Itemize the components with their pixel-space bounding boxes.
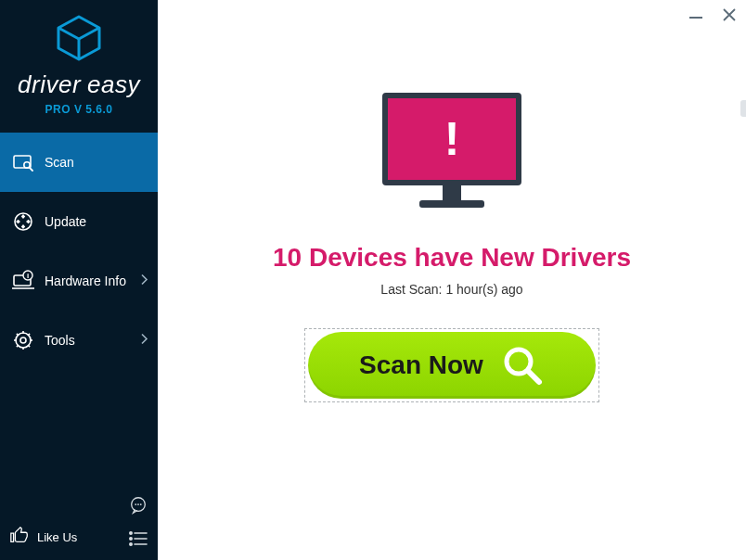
- thumbs-up-icon: [9, 525, 30, 549]
- brand-word-1: driver: [18, 70, 81, 98]
- brand-cube-icon: [53, 13, 105, 67]
- svg-point-23: [140, 503, 142, 505]
- feedback-icon[interactable]: [128, 495, 148, 519]
- sidebar-item-label: Tools: [45, 333, 75, 348]
- svg-point-11: [20, 337, 26, 343]
- scan-now-button[interactable]: Scan Now: [308, 332, 596, 399]
- svg-point-26: [130, 538, 132, 540]
- svg-line-31: [528, 371, 539, 382]
- window-controls: [685, 4, 740, 26]
- chevron-right-icon: [141, 274, 148, 288]
- sidebar-item-update[interactable]: Update: [0, 192, 158, 251]
- svg-point-22: [137, 503, 139, 505]
- svg-point-24: [130, 532, 132, 534]
- alert-monitor-icon: !: [382, 93, 521, 223]
- last-scan-label: Last Scan: 1 hour(s) ago: [380, 282, 522, 297]
- version-label: PRO V 5.6.0: [0, 103, 158, 116]
- sidebar-item-tools[interactable]: Tools: [0, 311, 158, 370]
- minimize-button[interactable]: [685, 4, 707, 26]
- main-panel: ! 10 Devices have New Drivers Last Scan:…: [158, 0, 746, 560]
- sidebar: driver easy PRO V 5.6.0 Scan: [0, 0, 158, 560]
- sidebar-item-hardware-info[interactable]: i Hardware Info: [0, 251, 158, 311]
- magnifier-icon: [500, 343, 545, 388]
- sidebar-item-label: Hardware Info: [45, 274, 126, 288]
- sidebar-item-scan[interactable]: Scan: [0, 133, 158, 192]
- scan-button-focus-ring: Scan Now: [304, 328, 599, 402]
- tools-icon: [11, 329, 35, 351]
- app-window: driver easy PRO V 5.6.0 Scan: [0, 0, 746, 560]
- menu-icon[interactable]: [128, 530, 148, 551]
- sidebar-item-label: Update: [45, 214, 86, 229]
- edge-sliver: [740, 100, 746, 117]
- like-us-label: Like Us: [37, 530, 77, 544]
- hardware-info-icon: i: [11, 270, 35, 292]
- scan-icon: [11, 151, 35, 173]
- chevron-right-icon: [141, 334, 148, 348]
- like-us-button[interactable]: Like Us: [9, 525, 77, 549]
- logo-area: driver easy PRO V 5.6.0: [0, 0, 158, 123]
- brand-name: driver easy: [0, 70, 158, 99]
- brand-word-2: easy: [87, 70, 140, 98]
- scan-now-label: Scan Now: [359, 350, 483, 380]
- svg-point-21: [135, 503, 136, 505]
- sidebar-item-label: Scan: [45, 155, 74, 170]
- status-headline: 10 Devices have New Drivers: [273, 243, 631, 273]
- close-button[interactable]: [718, 4, 740, 26]
- alert-glyph: !: [444, 112, 460, 166]
- sidebar-bottom: Like Us: [0, 488, 158, 560]
- main-content: ! 10 Devices have New Drivers Last Scan:…: [158, 0, 746, 560]
- svg-point-28: [130, 543, 132, 545]
- svg-text:i: i: [27, 272, 29, 280]
- update-icon: [11, 210, 35, 233]
- svg-line-4: [29, 167, 32, 171]
